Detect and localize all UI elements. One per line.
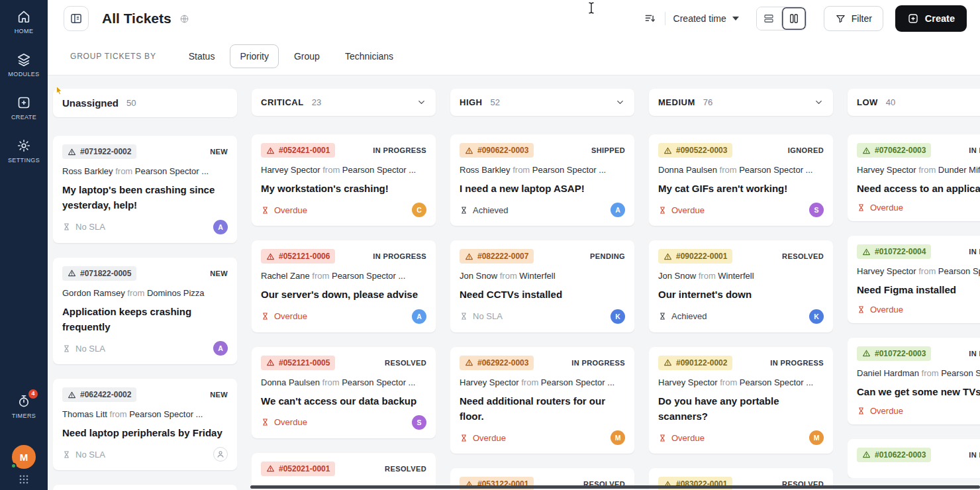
requester-company[interactable]: Pearson Spector ... xyxy=(941,368,980,378)
assignee-avatar[interactable]: A xyxy=(213,341,228,356)
horizontal-scrollbar[interactable] xyxy=(250,485,980,489)
ticket-card[interactable]: #090622-0002NEW xyxy=(53,485,237,490)
requester-company[interactable]: Pearson Spector ... xyxy=(129,409,203,419)
ticket-id-badge[interactable]: #052121-0005 xyxy=(261,356,335,370)
assignee-avatar[interactable]: S xyxy=(412,415,426,430)
tab-technicians[interactable]: Technicians xyxy=(335,44,403,68)
ticket-id-badge[interactable]: #010722-0004 xyxy=(857,244,931,259)
ticket-card[interactable]: #010622-0003IN PROGRESS xyxy=(848,439,980,478)
requester-company[interactable]: Winterfell xyxy=(718,271,754,281)
requester-company[interactable]: Dunder Mifflin xyxy=(938,165,980,175)
ticket-subject[interactable]: Do you have any portable scanners? xyxy=(658,393,824,424)
requester-company[interactable]: Pearson Spector ... xyxy=(332,271,405,281)
requester-company[interactable]: Dominos Pizza xyxy=(147,288,205,298)
column-header-medium[interactable]: MEDIUM76 xyxy=(649,89,833,116)
ticket-subject[interactable]: Need additional routers for our floor. xyxy=(460,393,625,424)
ticket-subject[interactable]: Application keeps crashing frequently xyxy=(62,304,228,335)
assignee-avatar[interactable]: M xyxy=(611,430,625,445)
ticket-id-badge[interactable]: #090522-0003 xyxy=(658,143,732,158)
ticket-card[interactable]: #052021-0001RESOLVED xyxy=(252,453,436,490)
requester-company[interactable]: Pearson Spector ... xyxy=(938,266,980,276)
column-header-unassigned[interactable]: Unassigned50 xyxy=(53,89,237,117)
chevron-down-icon[interactable] xyxy=(814,97,824,107)
requester-name[interactable]: Jon Snow xyxy=(658,271,696,281)
ticket-subject[interactable]: My laptop's been crashing since yesterda… xyxy=(62,182,228,213)
assignee-avatar[interactable]: K xyxy=(611,309,625,324)
chevron-down-icon[interactable] xyxy=(416,97,426,107)
chevron-down-icon[interactable] xyxy=(615,97,625,107)
requester-company[interactable]: Pearson Spector ... xyxy=(342,165,416,175)
ticket-card[interactable]: #062422-0002NEWThomas Litt from Pearson … xyxy=(53,379,237,470)
requester-company[interactable]: Pearson Spector ... xyxy=(135,166,209,176)
board-view-button[interactable] xyxy=(781,7,806,30)
ticket-id-badge[interactable]: #071922-0002 xyxy=(62,144,136,159)
ticket-card[interactable]: #062922-0003IN PROGRESSHarvey Spector fr… xyxy=(450,347,634,454)
sidebar-item-settings[interactable]: SETTINGS xyxy=(8,138,40,164)
ticket-card[interactable]: #071822-0005NEWGordon Ramsey from Domino… xyxy=(53,258,237,365)
ticket-id-badge[interactable]: #082222-0007 xyxy=(460,249,534,264)
ticket-card[interactable]: #052421-0001IN PROGRESSHarvey Spector fr… xyxy=(252,134,436,226)
sidebar-item-home[interactable]: HOME xyxy=(8,9,40,34)
globe-icon[interactable] xyxy=(179,14,189,24)
create-button[interactable]: Create xyxy=(895,5,967,32)
requester-name[interactable]: Gordon Ramsey xyxy=(62,288,125,298)
ticket-card[interactable]: #010722-0003IN PROGRESSDaniel Hardman fr… xyxy=(848,338,980,424)
requester-company[interactable]: Pearson Spector ... xyxy=(342,377,415,387)
ticket-card[interactable]: #052121-0006IN PROGRESSRachel Zane from … xyxy=(252,240,436,332)
tab-priority[interactable]: Priority xyxy=(230,44,279,68)
ticket-card[interactable]: #071922-0002NEWRoss Barkley from Pearson… xyxy=(53,136,237,243)
ticket-subject[interactable]: Our internet's down xyxy=(658,287,824,302)
ticket-card[interactable]: #082222-0007PENDINGJon Snow from Winterf… xyxy=(450,240,634,332)
requester-company[interactable]: Pearson Spector ... xyxy=(541,377,614,387)
ticket-card[interactable]: #090222-0001RESOLVEDJon Snow from Winter… xyxy=(649,240,833,332)
ticket-card[interactable]: #070622-0003IN PROGRESSHarvey Spector fr… xyxy=(848,134,980,221)
column-header-critical[interactable]: CRITICAL23 xyxy=(252,89,436,116)
assignee-avatar[interactable]: A xyxy=(412,309,426,324)
ticket-subject[interactable]: Need Figma installed xyxy=(857,282,980,297)
ticket-id-badge[interactable]: #052421-0001 xyxy=(261,143,335,158)
ticket-id-badge[interactable]: #071822-0005 xyxy=(62,266,136,281)
requester-company[interactable]: Pearson Spector ... xyxy=(739,165,812,175)
requester-name[interactable]: Donna Paulsen xyxy=(261,377,320,387)
ticket-id-badge[interactable]: #010722-0003 xyxy=(857,346,931,361)
profile-avatar[interactable]: M xyxy=(12,445,36,469)
requester-name[interactable]: Ross Barkley xyxy=(460,165,511,175)
ticket-subject[interactable]: Need access to an application xyxy=(857,181,980,196)
ticket-card[interactable]: #090622-0003SHIPPEDRoss Barkley from Pea… xyxy=(450,134,634,226)
ticket-subject[interactable]: Need CCTVs installed xyxy=(460,287,625,302)
panel-toggle-button[interactable] xyxy=(64,6,89,31)
ticket-subject[interactable]: My workstation's crashing! xyxy=(261,181,426,196)
assignee-avatar[interactable]: K xyxy=(809,309,824,324)
sidebar-item-timers[interactable]: 4 TIMERS xyxy=(12,394,36,419)
ticket-subject[interactable]: We can't access our data backup xyxy=(261,393,426,409)
ticket-id-badge[interactable]: #052121-0006 xyxy=(261,249,335,264)
requester-name[interactable]: Donna Paulsen xyxy=(658,165,717,175)
sidebar-item-modules[interactable]: MODULES xyxy=(8,52,40,77)
ticket-subject[interactable]: Need laptop peripherals by Friday xyxy=(62,425,228,440)
column-header-low[interactable]: LOW40 xyxy=(848,89,980,116)
sort-by-dropdown[interactable]: Created time xyxy=(673,13,739,24)
requester-name[interactable]: Harvey Spector xyxy=(857,165,916,175)
requester-company[interactable]: Winterfell xyxy=(519,271,555,281)
tab-status[interactable]: Status xyxy=(179,44,225,68)
ticket-id-badge[interactable]: #070622-0003 xyxy=(857,143,931,158)
requester-name[interactable]: Thomas Litt xyxy=(62,409,107,419)
tab-group[interactable]: Group xyxy=(284,44,330,68)
assignee-avatar[interactable]: C xyxy=(412,203,426,217)
sort-order-button[interactable] xyxy=(641,9,660,28)
requester-company[interactable]: Pearson Spector ... xyxy=(740,377,813,387)
assignee-avatar[interactable]: A xyxy=(611,203,625,217)
requester-name[interactable]: Harvey Spector xyxy=(460,377,519,387)
ticket-id-badge[interactable]: #052021-0001 xyxy=(261,462,335,476)
column-header-high[interactable]: HIGH52 xyxy=(450,89,634,116)
ticket-id-badge[interactable]: #090122-0002 xyxy=(658,356,732,370)
ticket-id-badge[interactable]: #090622-0003 xyxy=(460,143,534,158)
requester-name[interactable]: Ross Barkley xyxy=(62,166,113,176)
requester-name[interactable]: Daniel Hardman xyxy=(857,368,919,378)
ticket-subject[interactable]: I need a new laptop ASAP! xyxy=(460,181,625,196)
assignee-avatar[interactable]: M xyxy=(809,430,824,445)
requester-name[interactable]: Harvey Spector xyxy=(261,165,320,175)
ticket-id-badge[interactable]: #062422-0002 xyxy=(62,387,136,402)
assignee-avatar-placeholder[interactable] xyxy=(213,447,228,462)
ticket-card[interactable]: #090522-0003IGNOREDDonna Paulsen from Pe… xyxy=(649,134,833,226)
